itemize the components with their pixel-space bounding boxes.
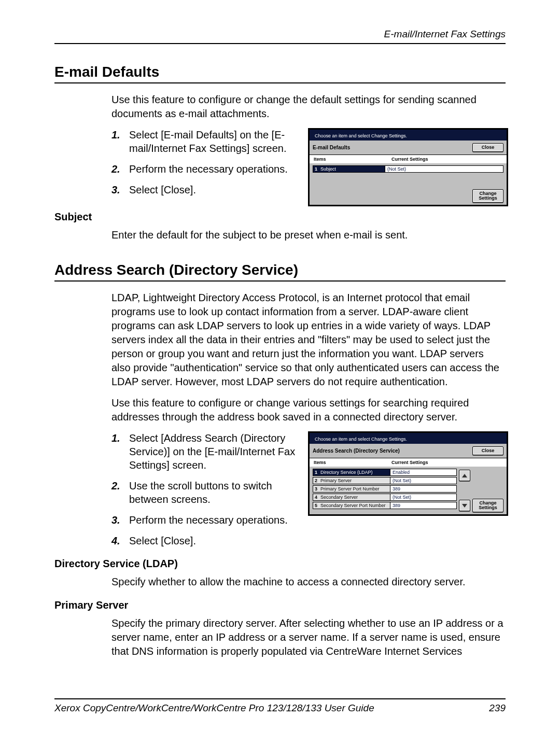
panel-instruction: Choose an item and select Change Setting… [310,130,507,140]
row-label: Subject [320,166,336,172]
row-label: Secondary Server Port Number [320,503,386,508]
steps-address-search: 1.Select [Address Search (Directory Serv… [111,431,314,547]
row-value: (Not Set) [390,494,457,501]
panel-title: Address Search (Directory Service) [313,448,472,454]
row-label: Primary Server Port Number [320,486,380,491]
row-label: Directory Service (LDAP) [320,470,373,475]
text-directory-service: Specify whether to allow the machine to … [111,575,506,589]
column-items: Items [314,460,391,465]
scroll-down-button[interactable] [459,500,470,511]
change-settings-button[interactable]: Change Settings [472,189,503,203]
row-value: (Not Set) [390,477,457,484]
footer-page-number: 239 [489,702,506,714]
table-row[interactable]: 5Secondary Server Port Number 389 [313,502,457,509]
step-text: Select [Close]. [129,183,196,196]
chevron-up-icon [462,474,467,477]
row-value: Enabled [390,469,457,476]
close-button[interactable]: Close [472,143,503,152]
text-subject: Enter the default for the subject to be … [111,228,506,242]
column-settings: Current Settings [391,460,428,465]
step-text: Perform the necessary operations. [129,162,288,176]
change-settings-button[interactable]: Change Settings [472,499,503,513]
table-row[interactable]: 4Secondary Server (Not Set) [313,494,457,501]
steps-email-defaults: 1.Select [E-mail Defaults] on the [E-mai… [111,128,314,196]
step-text: Select [E-mail Defaults] on the [E-mail/… [129,128,314,155]
heading-email-defaults: E-mail Defaults [54,64,506,83]
step-text: Use the scroll buttons to switch between… [129,479,314,506]
row-number: 3 [315,486,319,491]
row-number: 1 [315,470,319,475]
step-text: Select [Close]. [129,534,196,547]
screenshot-address-search: Choose an item and select Change Setting… [308,431,508,516]
footer-guide-title: Xerox CopyCentre/WorkCentre/WorkCentre P… [54,702,374,714]
scroll-up-button[interactable] [459,470,470,481]
row-number: 2 [315,478,319,483]
intro-email-defaults: Use this feature to configure or change … [111,93,506,121]
step-number: 4. [111,534,129,547]
column-items: Items [314,157,391,162]
step-number: 2. [111,162,129,176]
step-number: 1. [111,431,129,472]
step-number: 2. [111,479,129,506]
ldap-usage: Use this feature to configure or change … [111,396,506,424]
text-primary-server: Specify the primary directory server. Af… [111,616,506,658]
chevron-down-icon [462,504,467,508]
panel-instruction: Choose an item and select Change Setting… [310,433,507,444]
step-text: Select [Address Search (Directory Servic… [129,431,314,472]
page-header: E-mail/Internet Fax Settings [54,29,506,44]
step-text: Perform the necessary operations. [129,513,288,527]
row-label: Secondary Server [320,495,358,500]
step-number: 3. [111,513,129,527]
table-row[interactable]: 3Primary Server Port Number 389 [313,485,457,493]
row-number: 5 [315,503,319,508]
row-value: 389 [390,502,457,509]
subheading-directory-service: Directory Service (LDAP) [54,558,506,570]
row-value: (Not Set) [385,165,503,173]
row-label: Primary Server [320,478,352,483]
table-row[interactable]: 1Directory Service (LDAP) Enabled [313,469,457,476]
table-row[interactable]: 1Subject (Not Set) [313,165,503,173]
step-number: 1. [111,128,129,155]
column-settings: Current Settings [391,157,428,162]
panel-title: E-mail Defaults [313,145,472,150]
subheading-subject: Subject [54,211,506,223]
row-value: 389 [390,485,457,493]
row-number: 4 [315,495,319,500]
close-button[interactable]: Close [472,446,503,455]
step-number: 3. [111,183,129,196]
heading-address-search: Address Search (Directory Service) [54,262,506,282]
row-number: 1 [315,166,319,172]
ldap-description: LDAP, Lightweight Directory Access Proto… [111,291,506,389]
screenshot-email-defaults: Choose an item and select Change Setting… [308,128,508,206]
subheading-primary-server: Primary Server [54,599,506,611]
table-row[interactable]: 2Primary Server (Not Set) [313,477,457,484]
